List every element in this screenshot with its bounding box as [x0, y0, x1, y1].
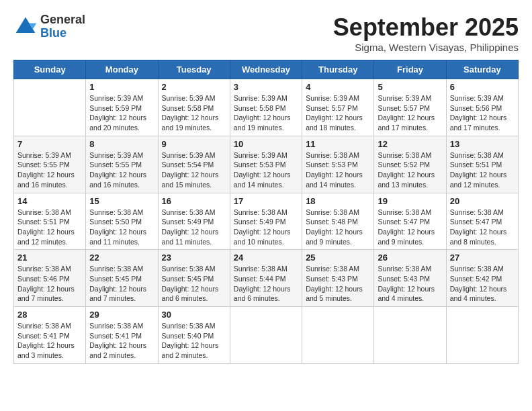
calendar-cell [374, 307, 446, 364]
weekday-header-thursday: Thursday [302, 60, 374, 79]
calendar-cell [14, 79, 86, 136]
calendar-cell: 3Sunrise: 5:39 AM Sunset: 5:58 PM Daylig… [230, 79, 302, 136]
date-number: 9 [162, 139, 226, 149]
calendar-cell: 17Sunrise: 5:38 AM Sunset: 5:49 PM Dayli… [230, 193, 302, 250]
calendar-cell: 14Sunrise: 5:38 AM Sunset: 5:51 PM Dayli… [14, 193, 86, 250]
calendar-cell: 9Sunrise: 5:39 AM Sunset: 5:54 PM Daylig… [158, 136, 230, 193]
cell-info: Sunrise: 5:38 AM Sunset: 5:50 PM Dayligh… [89, 208, 154, 247]
weekday-header-saturday: Saturday [446, 60, 518, 79]
calendar-cell: 30Sunrise: 5:38 AM Sunset: 5:40 PM Dayli… [158, 307, 230, 364]
calendar-cell: 19Sunrise: 5:38 AM Sunset: 5:47 PM Dayli… [374, 193, 446, 250]
date-number: 26 [378, 253, 442, 263]
date-number: 12 [378, 139, 442, 149]
date-number: 3 [234, 82, 298, 92]
weekday-header-friday: Friday [374, 60, 446, 79]
weekday-header-tuesday: Tuesday [158, 60, 230, 79]
date-number: 30 [162, 310, 226, 320]
cell-info: Sunrise: 5:39 AM Sunset: 5:57 PM Dayligh… [306, 93, 370, 133]
title-section: September 2025 Sigma, Western Visayas, P… [333, 13, 519, 53]
calendar-cell: 15Sunrise: 5:38 AM Sunset: 5:50 PM Dayli… [86, 193, 158, 250]
date-number: 15 [89, 196, 154, 206]
calendar-cell: 23Sunrise: 5:38 AM Sunset: 5:45 PM Dayli… [158, 250, 230, 307]
cell-info: Sunrise: 5:38 AM Sunset: 5:46 PM Dayligh… [17, 264, 82, 304]
calendar-cell: 12Sunrise: 5:38 AM Sunset: 5:52 PM Dayli… [374, 136, 446, 193]
cell-info: Sunrise: 5:38 AM Sunset: 5:43 PM Dayligh… [378, 264, 442, 304]
cell-info: Sunrise: 5:39 AM Sunset: 5:58 PM Dayligh… [162, 93, 226, 133]
cell-info: Sunrise: 5:38 AM Sunset: 5:43 PM Dayligh… [306, 264, 370, 304]
calendar-cell: 4Sunrise: 5:39 AM Sunset: 5:57 PM Daylig… [302, 79, 374, 136]
calendar-table: SundayMondayTuesdayWednesdayThursdayFrid… [13, 60, 519, 364]
calendar-cell: 26Sunrise: 5:38 AM Sunset: 5:43 PM Dayli… [374, 250, 446, 307]
cell-info: Sunrise: 5:38 AM Sunset: 5:51 PM Dayligh… [17, 208, 82, 247]
date-number: 27 [450, 253, 515, 263]
cell-info: Sunrise: 5:39 AM Sunset: 5:53 PM Dayligh… [234, 150, 298, 190]
weekday-header-monday: Monday [86, 60, 158, 79]
cell-info: Sunrise: 5:39 AM Sunset: 5:56 PM Dayligh… [450, 93, 515, 133]
calendar-cell [302, 307, 374, 364]
calendar-cell: 18Sunrise: 5:38 AM Sunset: 5:48 PM Dayli… [302, 193, 374, 250]
cell-info: Sunrise: 5:38 AM Sunset: 5:40 PM Dayligh… [162, 321, 226, 361]
cell-info: Sunrise: 5:39 AM Sunset: 5:54 PM Dayligh… [162, 150, 226, 190]
calendar-cell: 20Sunrise: 5:38 AM Sunset: 5:47 PM Dayli… [446, 193, 518, 250]
date-number: 2 [162, 82, 226, 92]
cell-info: Sunrise: 5:38 AM Sunset: 5:53 PM Dayligh… [306, 150, 370, 190]
cell-info: Sunrise: 5:38 AM Sunset: 5:47 PM Dayligh… [450, 208, 515, 247]
calendar-cell: 22Sunrise: 5:38 AM Sunset: 5:45 PM Dayli… [86, 250, 158, 307]
cell-info: Sunrise: 5:38 AM Sunset: 5:41 PM Dayligh… [89, 321, 154, 361]
date-number: 18 [306, 196, 370, 206]
cell-info: Sunrise: 5:39 AM Sunset: 5:58 PM Dayligh… [234, 93, 298, 133]
cell-info: Sunrise: 5:38 AM Sunset: 5:49 PM Dayligh… [234, 208, 298, 247]
cell-info: Sunrise: 5:38 AM Sunset: 5:42 PM Dayligh… [450, 264, 515, 304]
cell-info: Sunrise: 5:39 AM Sunset: 5:55 PM Dayligh… [17, 150, 82, 190]
cell-info: Sunrise: 5:38 AM Sunset: 5:45 PM Dayligh… [162, 264, 226, 304]
date-number: 16 [162, 196, 226, 206]
calendar-cell: 29Sunrise: 5:38 AM Sunset: 5:41 PM Dayli… [86, 307, 158, 364]
date-number: 23 [162, 253, 226, 263]
calendar-cell: 27Sunrise: 5:38 AM Sunset: 5:42 PM Dayli… [446, 250, 518, 307]
date-number: 8 [89, 139, 154, 149]
date-number: 28 [17, 310, 82, 320]
cell-info: Sunrise: 5:38 AM Sunset: 5:52 PM Dayligh… [378, 150, 442, 190]
date-number: 11 [306, 139, 370, 149]
logo-icon [13, 15, 38, 39]
cell-info: Sunrise: 5:38 AM Sunset: 5:44 PM Dayligh… [234, 264, 298, 304]
calendar-cell [230, 307, 302, 364]
calendar-cell: 13Sunrise: 5:38 AM Sunset: 5:51 PM Dayli… [446, 136, 518, 193]
calendar-cell: 24Sunrise: 5:38 AM Sunset: 5:44 PM Dayli… [230, 250, 302, 307]
date-number: 1 [89, 82, 154, 92]
date-number: 13 [450, 139, 515, 149]
cell-info: Sunrise: 5:39 AM Sunset: 5:55 PM Dayligh… [89, 150, 154, 190]
calendar-cell: 28Sunrise: 5:38 AM Sunset: 5:41 PM Dayli… [14, 307, 86, 364]
date-number: 24 [234, 253, 298, 263]
logo-general-text: General [40, 13, 85, 27]
cell-info: Sunrise: 5:38 AM Sunset: 5:49 PM Dayligh… [162, 208, 226, 247]
cell-info: Sunrise: 5:38 AM Sunset: 5:51 PM Dayligh… [450, 150, 515, 190]
weekday-header-sunday: Sunday [14, 60, 86, 79]
page-header: General Blue September 2025 Sigma, Weste… [13, 13, 519, 53]
date-number: 7 [17, 139, 82, 149]
date-number: 6 [450, 82, 515, 92]
cell-info: Sunrise: 5:38 AM Sunset: 5:45 PM Dayligh… [89, 264, 154, 304]
weekday-header-wednesday: Wednesday [230, 60, 302, 79]
logo: General Blue [13, 13, 85, 40]
date-number: 25 [306, 253, 370, 263]
cell-info: Sunrise: 5:39 AM Sunset: 5:59 PM Dayligh… [89, 93, 154, 133]
calendar-cell [446, 307, 518, 364]
date-number: 5 [378, 82, 442, 92]
calendar-cell: 5Sunrise: 5:39 AM Sunset: 5:57 PM Daylig… [374, 79, 446, 136]
calendar-cell: 1Sunrise: 5:39 AM Sunset: 5:59 PM Daylig… [86, 79, 158, 136]
calendar-cell: 25Sunrise: 5:38 AM Sunset: 5:43 PM Dayli… [302, 250, 374, 307]
date-number: 14 [17, 196, 82, 206]
calendar-subtitle: Sigma, Western Visayas, Philippines [333, 42, 519, 53]
calendar-cell: 16Sunrise: 5:38 AM Sunset: 5:49 PM Dayli… [158, 193, 230, 250]
calendar-cell: 2Sunrise: 5:39 AM Sunset: 5:58 PM Daylig… [158, 79, 230, 136]
cell-info: Sunrise: 5:39 AM Sunset: 5:57 PM Dayligh… [378, 93, 442, 133]
date-number: 19 [378, 196, 442, 206]
calendar-cell: 11Sunrise: 5:38 AM Sunset: 5:53 PM Dayli… [302, 136, 374, 193]
calendar-title: September 2025 [333, 13, 519, 42]
logo-blue-text: Blue [40, 27, 85, 40]
calendar-cell: 10Sunrise: 5:39 AM Sunset: 5:53 PM Dayli… [230, 136, 302, 193]
calendar-cell: 6Sunrise: 5:39 AM Sunset: 5:56 PM Daylig… [446, 79, 518, 136]
calendar-cell: 21Sunrise: 5:38 AM Sunset: 5:46 PM Dayli… [14, 250, 86, 307]
cell-info: Sunrise: 5:38 AM Sunset: 5:41 PM Dayligh… [17, 321, 82, 361]
